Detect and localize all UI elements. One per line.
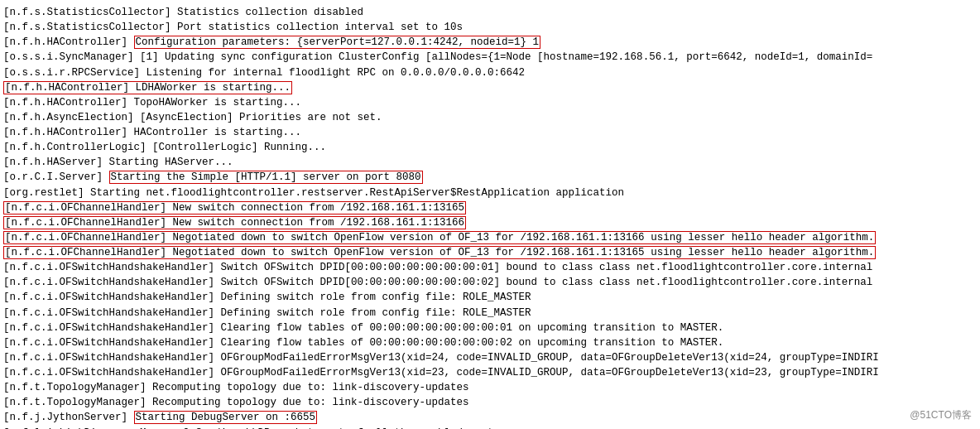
log-line: [n.f.t.TopologyManager] Recomputing topo… xyxy=(3,395,977,410)
log-line: [n.f.c.i.OFSwitchHandshakeHandler] Switc… xyxy=(3,260,977,275)
log-line: [n.f.s.StatisticsCollector] Port statist… xyxy=(3,20,977,35)
log-line: [n.f.c.i.OFSwitchHandshakeHandler] OFGro… xyxy=(3,365,977,380)
log-line: [n.f.c.i.OFSwitchHandshakeHandler] Switc… xyxy=(3,275,977,290)
log-line: [org.restlet] Starting net.floodlightcon… xyxy=(3,186,977,200)
log-line: [n.f.h.HAController] LDHAWorker is start… xyxy=(3,80,977,95)
log-line: [n.f.c.i.OFChannelHandler] Negotiated do… xyxy=(3,245,977,260)
log-line: [n.f.s.StatisticsCollector] Statistics c… xyxy=(3,5,977,20)
log-line: [o.s.s.i.SyncManager] [1] Updating sync … xyxy=(3,50,977,65)
log-line: [n.f.t.TopologyManager] Recomputing topo… xyxy=(3,380,977,395)
log-line: [n.f.c.i.OFSwitchHandshakeHandler] OFGro… xyxy=(3,350,977,365)
log-line: [n.f.h.HAController] Configuration param… xyxy=(3,35,977,50)
log-line: [n.f.j.JythonServer] Starting DebugServe… xyxy=(3,410,977,425)
log-line: [n.f.c.i.OFSwitchHandshakeHandler] Defin… xyxy=(3,290,977,305)
log-line: [n.f.h.HAServer] Starting HAServer... xyxy=(3,155,977,170)
log-container: [n.f.s.StatisticsCollector] Statistics c… xyxy=(3,5,977,429)
log-line: [n.f.c.i.OFSwitchHandshakeHandler] Clear… xyxy=(3,321,977,335)
watermark: @51CTO博客 xyxy=(910,408,972,422)
log-line: [n.f.c.i.OFChannelHandler] Negotiated do… xyxy=(3,230,977,245)
log-line: [n.f.l.i.LinkDiscoveryManager] Sending L… xyxy=(3,426,977,430)
log-line: [n.f.h.HAController] HAController is sta… xyxy=(3,125,977,140)
log-line: [n.f.c.i.OFChannelHandler] New switch co… xyxy=(3,200,977,215)
log-line: [o.r.C.I.Server] Starting the Simple [HT… xyxy=(3,170,977,185)
log-line: [n.f.h.AsyncElection] [AsyncElection] Pr… xyxy=(3,110,977,125)
log-line: [n.f.c.i.OFSwitchHandshakeHandler] Clear… xyxy=(3,335,977,350)
log-line: [n.f.h.HAController] TopoHAWorker is sta… xyxy=(3,95,977,110)
log-line: [n.f.c.i.OFChannelHandler] New switch co… xyxy=(3,215,977,230)
log-line: [n.f.h.ControllerLogic] [ControllerLogic… xyxy=(3,140,977,155)
log-line: [o.s.s.i.r.RPCService] Listening for int… xyxy=(3,65,977,80)
log-line: [n.f.c.i.OFSwitchHandshakeHandler] Defin… xyxy=(3,306,977,321)
